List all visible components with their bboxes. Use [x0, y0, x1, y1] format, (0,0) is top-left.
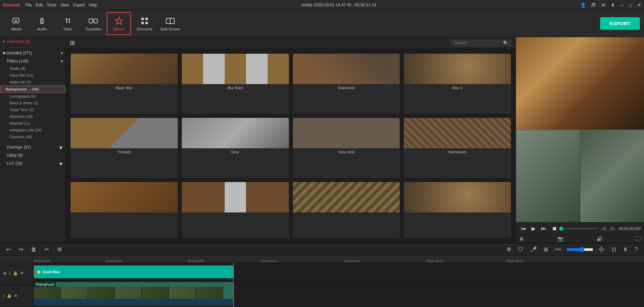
effect-card-r3c[interactable] [293, 182, 400, 238]
grid-view-button[interactable]: ⊞ [70, 39, 75, 47]
preview-footer[interactable]: 🖥 📷 🔊 ⛶ [516, 234, 644, 243]
sync-icon[interactable]: 🗗 [591, 2, 596, 8]
menu-export[interactable]: Export [73, 3, 85, 7]
elements-button[interactable]: Elements [132, 12, 157, 35]
media-button[interactable]: Media [4, 12, 28, 35]
go-start-button[interactable]: ⏮ [519, 225, 527, 232]
sidebar-item-faux-film[interactable]: Faux Film (12) [0, 72, 66, 79]
sidebar-item-black-white[interactable]: Black & White (2) [0, 100, 66, 106]
menu-edit[interactable]: Edit [36, 3, 43, 7]
zoom-slider[interactable] [566, 247, 593, 252]
redo-button[interactable]: ↪ [17, 246, 25, 253]
play-button[interactable]: ▶ [530, 225, 537, 232]
favourite-section[interactable]: ♥ Favourite (0) [0, 37, 66, 46]
sidebar-item-background[interactable]: Background ... (16) [0, 85, 66, 93]
effect-card-grey[interactable]: Grey [182, 118, 289, 178]
split-screen-button[interactable]: Split Screen [158, 12, 182, 35]
menu-view[interactable]: View [60, 3, 69, 7]
track-eye-icon-1[interactable]: 👁 [14, 293, 18, 298]
settings2-button[interactable]: ⚙ [504, 246, 513, 253]
sidebar-item-night-life[interactable]: Night Life (3) [0, 79, 66, 85]
delete-button[interactable]: 🗑 [29, 246, 39, 253]
sidebar-item-common[interactable]: Common (49) [0, 133, 66, 140]
add-clip-icon[interactable]: ⊕ [3, 271, 7, 276]
effect-card-disc-1[interactable]: Disc 1 [404, 54, 511, 114]
search-box[interactable]: 🔍 [450, 39, 512, 47]
detach-button[interactable]: ⊞ [542, 246, 550, 253]
maximize-btn[interactable]: □ [629, 2, 632, 8]
effects-icon [114, 16, 124, 26]
shield-button[interactable]: 🛡 [516, 246, 525, 253]
preview-controls[interactable]: ⏮ ▶ ⏭ ⏹ ◁ ▷ 00:00:00:000 [516, 222, 644, 234]
progress-dot[interactable] [559, 227, 563, 231]
sidebar-item-material[interactable]: Material (11) [0, 120, 66, 127]
mic-button[interactable]: 🎤 [528, 246, 539, 253]
cut-button[interactable]: ✂ [43, 246, 51, 253]
sidebar-item-distortion[interactable]: Distortion (18) [0, 113, 66, 120]
user-icon[interactable]: 👤 [580, 2, 586, 8]
effect-thumb-frosted [71, 118, 178, 148]
sidebar-item-instagram[interactable]: Instagram-Like (24) [0, 127, 66, 133]
timeline-ruler[interactable]: 00:00:00:00 00:00:04:04 00:00:08:08 00:0… [34, 256, 644, 263]
prev-frame-button[interactable]: ◁ [600, 225, 607, 232]
help-button[interactable]: ? [633, 246, 640, 253]
menu-file[interactable]: File [25, 3, 32, 7]
timeline-right-controls[interactable]: ⚙ 🛡 🎤 ⊞ ➖ ➕ ⊡ ⏸ ? [504, 246, 640, 253]
effect-card-interwoven[interactable]: Interwoven [404, 118, 511, 178]
download-icon[interactable]: ⬇ [611, 2, 615, 8]
next-frame-button[interactable]: ▷ [610, 225, 616, 232]
zoom-in-button[interactable]: ➕ [596, 246, 607, 253]
stop-button[interactable]: ⏹ [550, 225, 559, 232]
progress-bar-container[interactable] [561, 228, 597, 229]
effect-card-basic-blur[interactable]: Basic Blur [71, 54, 178, 114]
audio-button[interactable]: Audio [30, 12, 54, 35]
pause-button[interactable]: ⏸ [621, 246, 630, 253]
lut-section[interactable]: LUT (26) ▶ [0, 159, 66, 168]
search-input[interactable] [454, 41, 501, 45]
sidebar-item-sepia-tone[interactable]: Sepia Tone (2) [0, 106, 66, 113]
effect-card-blur-bars[interactable]: Blur Bars [182, 54, 289, 114]
zoom-out-button[interactable]: ➖ [553, 246, 564, 253]
minimize-btn[interactable]: ─ [620, 2, 624, 8]
filters-section[interactable]: Filters (149) ▾ [0, 57, 66, 65]
menu-tools[interactable]: Tools [47, 3, 56, 7]
settings-button[interactable]: ⚙ [55, 246, 64, 253]
timeline-toolbar[interactable]: ↩ ↪ 🗑 ✂ ⚙ ⚙ 🛡 🎤 ⊞ ➖ ➕ ⊡ ⏸ ? [0, 244, 644, 256]
titles-button[interactable]: TI Titles [55, 12, 80, 35]
undo-button[interactable]: ↩ [4, 246, 13, 253]
sidebar-item-shake[interactable]: Shake (8) [0, 65, 66, 72]
screen-size-button[interactable]: 🖥 [519, 236, 524, 241]
window-controls[interactable]: 👤 🗗 ✉ ⬇ ─ □ ✕ [580, 2, 641, 8]
effect-card-r3b[interactable] [182, 182, 289, 238]
overlays-section[interactable]: Overlays (87) ▶ [0, 143, 66, 151]
menu-bar[interactable]: File Edit Tools View Export Help [25, 3, 97, 7]
effect-card-diamonds[interactable]: Diamonds [293, 54, 400, 114]
close-btn[interactable]: ✕ [637, 2, 641, 8]
effect-card-frosted[interactable]: Frosted [71, 118, 178, 178]
audio-clip[interactable] [34, 299, 233, 306]
track-lock-icon-1[interactable]: 🔒 [7, 293, 12, 298]
volume-button[interactable]: 🔊 [597, 236, 602, 241]
go-end-button[interactable]: ⏭ [540, 225, 548, 232]
export-button[interactable]: EXPORT [600, 17, 640, 30]
effect-card-r3d[interactable] [404, 182, 511, 238]
effect-clip[interactable]: ⭐ Slant Blur [34, 265, 233, 278]
menu-help[interactable]: Help [89, 3, 97, 7]
fullscreen-button[interactable]: ⛶ [636, 236, 641, 241]
utility-section[interactable]: Utility (9) [0, 151, 66, 159]
track-label-1[interactable]: 1 🔒 👁 [0, 285, 33, 307]
track-eye-icon-2[interactable]: 👁 [20, 271, 24, 276]
overlays-chevron: ▶ [60, 145, 63, 150]
playhead[interactable] [233, 263, 234, 307]
transition-button[interactable]: Transition [81, 12, 105, 35]
track-label-2[interactable]: ⊕ 2 🔒 👁 [0, 262, 33, 284]
mail-icon[interactable]: ✉ [601, 2, 605, 8]
included-section[interactable]: ■ Included (271) ▾ [0, 49, 66, 57]
sidebar-item-lomography[interactable]: Lomography (4) [0, 93, 66, 100]
effect-card-grey-grid[interactable]: Grey Grid [293, 118, 400, 178]
fit-button[interactable]: ⊡ [610, 246, 618, 253]
effect-card-r3a[interactable] [71, 182, 178, 238]
snapshot-button[interactable]: 📷 [558, 236, 563, 241]
track-lock-icon-2[interactable]: 🔒 [13, 271, 18, 276]
effects-button[interactable]: Effects [107, 12, 131, 35]
